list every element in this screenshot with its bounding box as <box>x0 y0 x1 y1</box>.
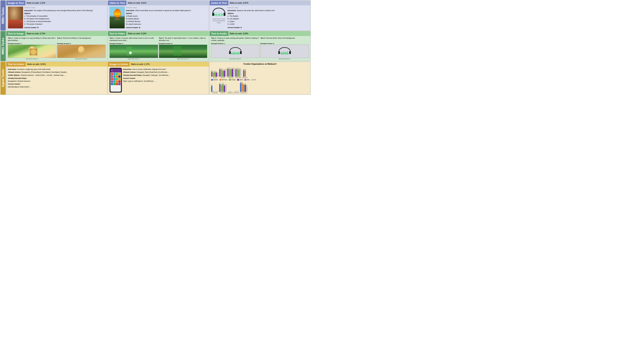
svg-rect-0 <box>212 13 214 16</box>
text-to-video-ratio: Ratio on web: 0.23% <box>126 31 209 36</box>
image-to-text-cell: Image to Text Ratio on web: 1.31% Normal… <box>6 0 107 31</box>
normal-hard-label: Normal / Hard <box>24 6 106 9</box>
gen-label-5: <generated audio 1> <box>211 58 260 60</box>
svg-rect-17 <box>229 51 231 54</box>
normal-hard-label2: Normal / Hard <box>126 6 207 9</box>
svg-rect-35 <box>289 51 291 54</box>
gen-label-4: <generated video 2> <box>159 58 208 60</box>
image-to-text-title: Image to Text <box>6 0 25 5</box>
gen-label-2: <generated image 2> <box>57 58 106 60</box>
text-to-image-title: Text to Image <box>6 31 25 36</box>
mmu-row: MMU Tasks Image to Text Ratio on web: 1.… <box>0 0 311 31</box>
svg-rect-34 <box>278 51 280 54</box>
agent-label: Agent Tasks <box>0 62 6 95</box>
audio-caption: <audio input> (music and environmental n… <box>211 18 226 23</box>
image-to-action-cell: Image to Action Ratio on web: 1.17% 9:41 <box>108 62 209 95</box>
corgi-image-1 <box>8 45 57 58</box>
gen-label-1: <generated image 1> <box>8 58 57 60</box>
svg-rect-18 <box>240 51 242 54</box>
text-to-action-title: Text to Action <box>6 62 26 67</box>
balloon-image <box>110 6 125 29</box>
image-to-text-ratio: Ratio on web: 1.31% <box>25 0 107 5</box>
mmg-row: MMG Tasks Text to Image Ratio on web: 0.… <box>0 31 311 61</box>
mmu-label: MMU Tasks <box>0 0 6 31</box>
corgi-image-2 <box>57 45 106 58</box>
chart-legend: OpenAI Anthropic Google Qwen Meta N.A. <box>211 79 309 80</box>
audio-to-text-title: Audio to Text <box>210 0 228 5</box>
portrait-image <box>8 6 23 29</box>
text-to-video-cell: Text to Video Ratio on web: 0.23% Turn 1… <box>108 31 209 61</box>
text-to-image-ratio: Ratio on web: 0.73% <box>25 31 107 36</box>
gen-label-6: <generated audio 2> <box>260 58 309 60</box>
video-to-text-title: Video to Text <box>108 0 126 5</box>
audio-gen-1 <box>211 45 260 58</box>
phone-mockup: 9:41 <box>110 68 122 93</box>
normal-hard-label3: Normal / Hard <box>228 6 309 9</box>
audio-gen-2 <box>260 45 309 58</box>
soccer-image-1 <box>110 45 158 58</box>
headphone-icon <box>212 6 226 18</box>
chart-title: Frontier Organizations on MixEval-X <box>211 63 309 65</box>
text-to-image-cell: Text to Image Ratio on web: 0.73% Turn 1… <box>6 31 107 61</box>
image-to-action-title: Image to Action <box>108 62 130 67</box>
audio-to-text-ratio: Ratio on web: 2.87% <box>228 0 311 5</box>
soccer-image-2 <box>159 45 208 58</box>
audio-to-text-cell: Audio to Text Ratio on web: 2.87% <box>209 0 311 31</box>
text-to-audio-cell: Text to Audio Ratio on web: 2.84% Turn 1… <box>209 31 311 61</box>
text-to-action-ratio: Ratio on web: 19.5% <box>26 62 107 67</box>
text-to-video-title: Text to Video <box>108 31 126 36</box>
text-to-audio-ratio: Ratio on web: 2.84% <box>228 31 311 36</box>
text-to-action-cell: Text to Action Ratio on web: 19.5% Instr… <box>6 62 107 95</box>
text-to-audio-title: Text to Audio <box>210 31 228 36</box>
gen-label-3: <generated video 1> <box>110 58 158 60</box>
agent-row: Agent Tasks Text to Action Ratio on web:… <box>0 62 311 95</box>
svg-rect-1 <box>224 13 225 16</box>
image-to-action-ratio: Ratio on web: 1.17% <box>130 62 209 67</box>
video-to-text-cell: Video to Text Ratio on web: 0.61% <box>108 0 209 31</box>
mmg-label: MMG Tasks <box>0 31 6 61</box>
video-to-text-ratio: Ratio on web: 0.61% <box>126 0 209 5</box>
frontier-chart-cell: Frontier Organizations on MixEval-X 49 4… <box>209 62 311 95</box>
